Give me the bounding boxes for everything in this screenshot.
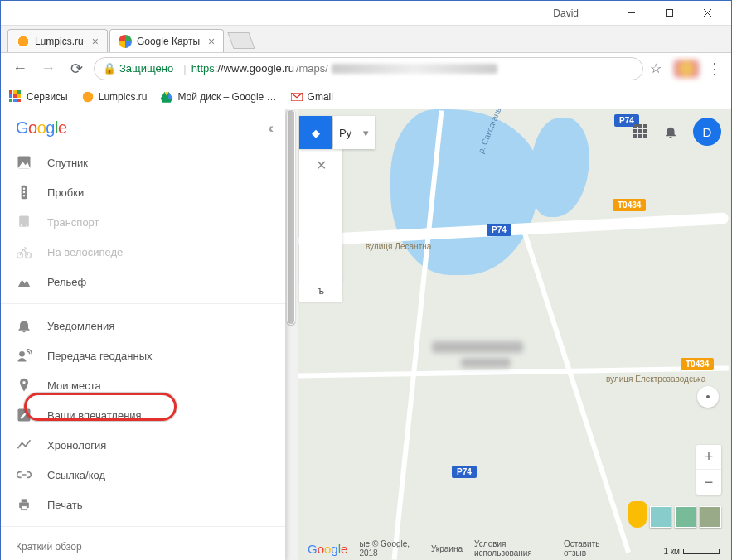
tab-strip: Lumpics.ru × Google Карты × bbox=[1, 26, 731, 53]
road-shield: T0434 bbox=[613, 199, 646, 211]
zoom-out-button[interactable]: − bbox=[696, 470, 721, 495]
window-minimize-button[interactable] bbox=[612, 2, 650, 25]
sidebar-item-label: Ссылка/код bbox=[47, 469, 105, 481]
search-panel-close[interactable]: ✕ bbox=[299, 147, 342, 280]
content-area: P74 T0434 P74 T0434 P74 вулиця Десантна … bbox=[1, 109, 731, 560]
google-apps-button[interactable] bbox=[633, 124, 648, 139]
sidebar-item-bike[interactable]: На велосипеде bbox=[1, 237, 285, 267]
zoom-controls: + − bbox=[696, 445, 721, 495]
imagery-thumb[interactable] bbox=[675, 506, 696, 528]
notifications-button[interactable] bbox=[663, 124, 678, 139]
google-logo: Google bbox=[16, 118, 67, 138]
bookmark-star-icon[interactable]: ☆ bbox=[650, 60, 662, 76]
terms-link[interactable]: Условия использования bbox=[474, 539, 552, 558]
bookmark-label: Lumpics.ru bbox=[99, 91, 148, 103]
transit-icon bbox=[16, 214, 32, 230]
chevron-down-icon: ▾ bbox=[363, 127, 369, 139]
sidebar-item-timeline[interactable]: Хронология bbox=[1, 430, 285, 460]
svg-rect-25 bbox=[22, 506, 27, 510]
map-header-right: D bbox=[633, 118, 721, 146]
tab-google-maps[interactable]: Google Карты × bbox=[109, 29, 224, 52]
pegman-icon[interactable] bbox=[628, 501, 647, 528]
tab-label: Lumpics.ru bbox=[35, 36, 84, 47]
lumpics-favicon-icon bbox=[17, 35, 30, 48]
sidebar-item-label: Передача геоданных bbox=[47, 350, 153, 362]
window-titlebar: David bbox=[1, 1, 731, 26]
sidebar-item-print[interactable]: Печать bbox=[1, 490, 285, 519]
directions-button[interactable]: ◆ bbox=[299, 116, 332, 149]
apps-label: Сервисы bbox=[27, 91, 68, 103]
bookmark-label: Gmail bbox=[308, 91, 333, 103]
link-icon bbox=[16, 466, 32, 483]
url-input[interactable]: 🔒 Защищено | https ://www.google.ru /map… bbox=[94, 57, 643, 80]
url-path: /maps/ bbox=[296, 62, 328, 75]
sidebar-item-contributions[interactable]: Ваши впечатления bbox=[1, 400, 285, 430]
nav-forward-button[interactable]: → bbox=[37, 58, 59, 80]
close-icon: ✕ bbox=[316, 157, 327, 173]
browser-menu-button[interactable]: ⋮ bbox=[706, 60, 723, 78]
country-text: Украина bbox=[431, 544, 463, 553]
window-user: David bbox=[553, 7, 579, 19]
street-label: вулиця Електрозаводська bbox=[606, 374, 705, 384]
svg-point-15 bbox=[21, 224, 22, 226]
svg-point-16 bbox=[27, 224, 28, 226]
sidebar-item-transit[interactable]: Транспорт bbox=[1, 207, 285, 237]
account-avatar[interactable]: D bbox=[693, 118, 721, 146]
sidebar-item-traffic[interactable]: Пробки bbox=[1, 177, 285, 207]
sidebar-item-terrain[interactable]: Рельеф bbox=[1, 267, 285, 297]
sidebar-separator bbox=[1, 526, 285, 527]
sidebar-overview-link[interactable]: Краткий обзор bbox=[16, 541, 82, 553]
bookmark-gmail[interactable]: Gmail bbox=[290, 90, 333, 104]
tab-close-icon[interactable]: × bbox=[92, 35, 99, 48]
sidebar-scrollbar[interactable] bbox=[285, 109, 298, 560]
sidebar-item-label: Рельеф bbox=[47, 276, 86, 288]
bookmark-drive[interactable]: Мой диск – Google … bbox=[160, 90, 276, 104]
svg-point-13 bbox=[23, 195, 26, 197]
search-panel-fragment: ъ bbox=[299, 278, 342, 302]
scale-bar-icon bbox=[683, 549, 720, 554]
tab-label: Google Карты bbox=[137, 36, 200, 47]
imagery-thumbnails bbox=[628, 501, 721, 528]
sidebar-item-satellite[interactable]: Спутник bbox=[1, 147, 285, 177]
window-close-button[interactable] bbox=[688, 2, 726, 25]
svg-point-12 bbox=[23, 191, 26, 194]
nav-reload-button[interactable]: ⟳ bbox=[65, 58, 87, 80]
timeline-icon bbox=[16, 437, 32, 453]
sidebar-item-label: Печать bbox=[47, 499, 83, 511]
collapse-sidebar-button[interactable]: ‹‹ bbox=[268, 121, 270, 136]
tab-lumpics[interactable]: Lumpics.ru × bbox=[7, 29, 108, 52]
nav-back-button[interactable]: ← bbox=[9, 58, 31, 80]
svg-point-21 bbox=[22, 381, 25, 384]
traffic-icon bbox=[16, 184, 32, 200]
sidebar-item-share-location[interactable]: Передача геоданных bbox=[1, 340, 285, 370]
maps-favicon-icon bbox=[119, 35, 132, 48]
sidebar-item-notifications[interactable]: Уведомления bbox=[1, 311, 285, 340]
sidebar-item-label: Спутник bbox=[47, 157, 88, 169]
bike-icon bbox=[16, 244, 32, 260]
secure-label: Защищено bbox=[119, 62, 173, 75]
imagery-thumb[interactable] bbox=[650, 506, 671, 528]
sidebar-item-label: Ваши впечатления bbox=[47, 409, 142, 422]
sidebar-item-my-places[interactable]: Мои места bbox=[1, 370, 285, 400]
bookmark-lumpics[interactable]: Lumpics.ru bbox=[81, 90, 148, 104]
language-dropdown[interactable]: Ру ▾ bbox=[333, 116, 375, 149]
imagery-thumb[interactable] bbox=[700, 506, 721, 528]
apps-shortcut[interactable]: Сервисы bbox=[9, 90, 68, 104]
sidebar-item-label: Транспорт bbox=[47, 216, 99, 229]
svg-rect-24 bbox=[22, 499, 27, 502]
sidebar-item-label: Мои места bbox=[47, 379, 101, 392]
profile-avatar-blurred[interactable] bbox=[673, 60, 700, 78]
drive-icon bbox=[160, 90, 173, 104]
sidebar-item-link[interactable]: Ссылка/код bbox=[1, 460, 285, 490]
tab-close-icon[interactable]: × bbox=[208, 35, 215, 48]
compass-button[interactable] bbox=[697, 386, 719, 408]
road-shield: P74 bbox=[487, 224, 511, 236]
url-protocol: https bbox=[191, 62, 215, 75]
window-maximize-button[interactable] bbox=[650, 2, 688, 25]
sidebar-item-label: На велосипеде bbox=[47, 246, 123, 258]
new-tab-button[interactable] bbox=[228, 32, 255, 49]
svg-point-20 bbox=[19, 351, 25, 357]
zoom-in-button[interactable]: + bbox=[696, 445, 721, 470]
sidebar-item-label: Уведомления bbox=[47, 320, 114, 332]
feedback-link[interactable]: Оставить отзыв bbox=[564, 539, 615, 558]
